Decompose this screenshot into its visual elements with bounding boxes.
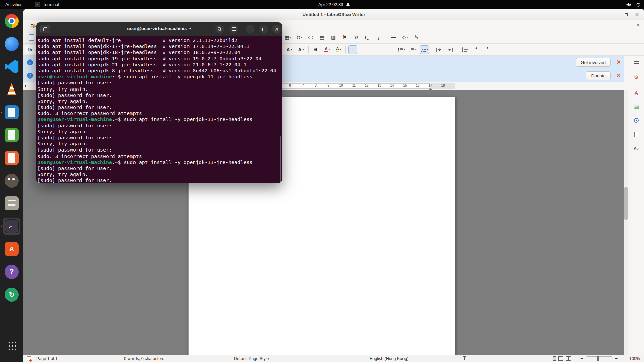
dock-item-impress[interactable] (3, 149, 20, 167)
maximize-icon (262, 28, 265, 31)
increase-font-size-button[interactable]: A▲ (285, 45, 294, 54)
zoom-slider-track[interactable] (586, 356, 612, 357)
sidebar-navigator-button[interactable] (632, 116, 641, 125)
sidebar-accessibility-button[interactable]: A✓ (632, 144, 641, 153)
dock-item-gimp[interactable] (3, 172, 20, 189)
numbered-list-button[interactable]: 12▾ (409, 45, 417, 54)
book-view-icon[interactable] (566, 356, 571, 361)
insert-hyperlink-button[interactable] (306, 33, 315, 42)
dock-item-files[interactable] (3, 195, 20, 212)
focused-app-indicator[interactable]: >_ Terminal (35, 2, 59, 7)
dock-item-chrome[interactable] (3, 12, 20, 30)
decrease-font-size-button[interactable]: A▼ (297, 45, 306, 54)
terminal-scrollbar-thumb[interactable] (280, 136, 281, 183)
strikethrough-button[interactable]: S (311, 45, 320, 54)
basic-shapes-button[interactable]: ◇▾ (400, 33, 409, 42)
clock-menu[interactable]: Apr 22 02:33 (318, 0, 350, 9)
align-right-icon (373, 47, 378, 52)
insert-table-button[interactable]: ▦▾ (283, 33, 292, 42)
single-page-view-icon[interactable] (553, 356, 556, 361)
insert-cross-reference-button[interactable]: ⇄ (352, 33, 361, 42)
dock-item-writer[interactable] (3, 104, 20, 121)
zoom-in-button[interactable]: + (615, 356, 618, 361)
donate-button[interactable]: Donate (586, 71, 611, 80)
close-button[interactable]: ✕ (633, 11, 641, 19)
zoom-level[interactable]: 100% (629, 356, 640, 361)
dock-item-updater[interactable]: ↻ (3, 286, 20, 303)
dock-item-vscode[interactable] (3, 58, 20, 75)
outline-list-button[interactable]: ▾ (420, 45, 429, 54)
tab-stop-selector-icon[interactable] (25, 85, 28, 87)
sidebar-page-button[interactable] (632, 130, 641, 139)
system-status-area[interactable] (626, 0, 641, 9)
dock-item-vlc[interactable] (3, 81, 20, 98)
new-document-button[interactable] (27, 33, 36, 42)
maximize-button[interactable] (622, 11, 630, 19)
terminal-line: sudo: 3 incorrect password attempts (37, 153, 281, 159)
highlight-color-button[interactable]: A▾ (334, 45, 343, 54)
cross-reference-icon: ⇄ (354, 34, 359, 40)
page-style[interactable]: Default Page Style (234, 356, 269, 361)
multi-page-view-icon[interactable] (558, 356, 563, 361)
terminal-titlebar[interactable]: user@user-virtual-machine: ~ ✕ (36, 22, 282, 36)
line-spacing-button[interactable]: ▾ (461, 45, 469, 54)
insert-bookmark-button[interactable]: ⚑ (340, 33, 349, 42)
align-left-button[interactable] (348, 45, 357, 54)
sidebar-styles-button[interactable]: A (632, 88, 641, 97)
increase-indent-button[interactable] (435, 45, 443, 54)
close-document-icon[interactable]: ✕ (636, 23, 640, 28)
dock-item-calc[interactable] (3, 126, 20, 144)
terminal-window[interactable]: user@user-virtual-machine: ~ ✕ sudo apt … (36, 22, 282, 183)
terminal-line: [sudo] password for user: (37, 177, 281, 183)
selection-mode-icon[interactable] (463, 356, 466, 360)
sidebar-settings-button[interactable] (632, 59, 641, 68)
show-applications-icon[interactable] (7, 341, 16, 350)
font-color-button[interactable]: A▾ (323, 45, 331, 54)
vertical-scrollbar[interactable] (624, 90, 628, 355)
insert-comment-button[interactable] (363, 33, 372, 42)
maximize-icon (625, 13, 628, 16)
align-left-icon (350, 47, 356, 52)
bullet-list-button[interactable]: ▾ (397, 45, 406, 54)
infobar-close-icon[interactable]: ✕ (616, 72, 621, 79)
activities-button[interactable]: Activities (5, 2, 22, 7)
insert-endnote-button[interactable]: ▥ (329, 33, 338, 42)
zoom-slider-thumb[interactable] (597, 356, 599, 361)
zoom-out-button[interactable]: − (580, 356, 583, 361)
dock-item-browser[interactable] (3, 35, 20, 53)
infobar-close-icon[interactable]: ✕ (616, 59, 621, 66)
text-language[interactable]: English (Hong Kong) (370, 356, 408, 361)
writer-titlebar[interactable]: Untitled 1 - LibreOffice Writer ✕ (23, 9, 644, 20)
para-space-increase-button[interactable] (472, 45, 481, 54)
get-involved-button[interactable]: Get involved (576, 58, 611, 67)
word-count[interactable]: 0 words, 0 characters (124, 356, 164, 361)
decrease-indent-button[interactable] (446, 45, 455, 54)
insert-line-button[interactable] (389, 33, 398, 42)
draw-freeform-button[interactable]: ✎ (412, 33, 421, 42)
scrollbar-thumb[interactable] (624, 187, 628, 220)
sidebar-gallery-button[interactable] (632, 102, 641, 111)
terminal-minimize-button[interactable] (246, 25, 254, 34)
dock-item-help[interactable]: ? (3, 263, 20, 281)
align-center-button[interactable] (360, 45, 369, 54)
dock-item-software[interactable]: A (3, 240, 20, 258)
search-button[interactable] (215, 25, 224, 34)
dock-item-terminal[interactable]: >_ (3, 218, 20, 235)
align-right-button[interactable] (371, 45, 380, 54)
insert-special-character-button[interactable]: Ω▾ (295, 33, 304, 42)
minimize-button[interactable] (611, 11, 619, 19)
page-count[interactable]: Page 1 of 1 (36, 356, 58, 361)
insert-field-button[interactable]: ƒ (375, 33, 383, 42)
down-arrow-icon: ▼ (302, 48, 305, 51)
right-indent-marker[interactable] (429, 86, 432, 90)
minimize-icon (248, 31, 252, 31)
para-space-decrease-button[interactable] (483, 45, 492, 54)
insert-footnote-button[interactable]: ▤ (318, 33, 326, 42)
terminal-close-button[interactable]: ✕ (272, 25, 281, 34)
sidebar-properties-button[interactable]: ⚙ (632, 73, 641, 82)
terminal-maximize-button[interactable] (259, 25, 268, 34)
terminal-body[interactable]: sudo apt install default-jre # version 2… (36, 36, 282, 183)
terminal-menu-button[interactable] (229, 25, 238, 34)
justify-button[interactable] (383, 45, 391, 54)
ruler-number: 9 (326, 84, 331, 87)
